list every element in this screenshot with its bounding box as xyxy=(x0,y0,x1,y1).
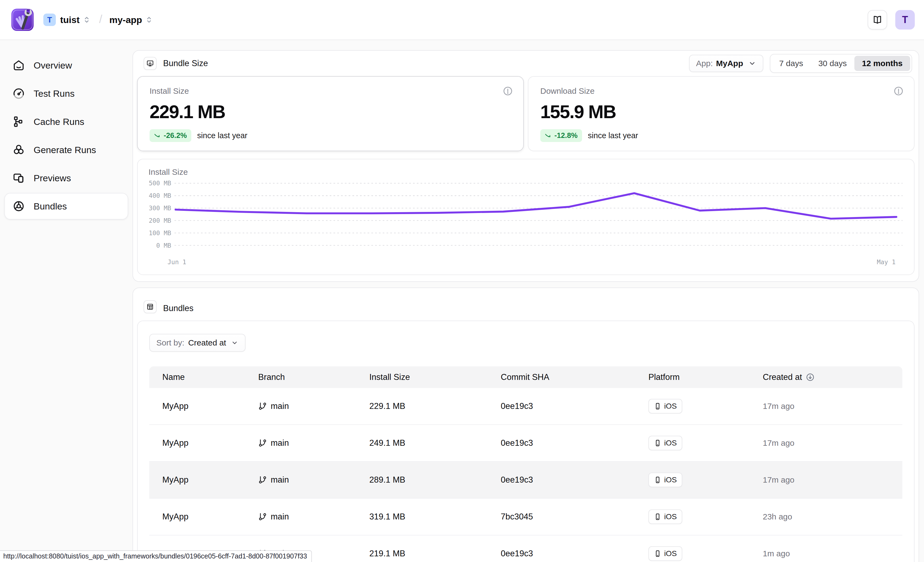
tuist-logo-icon[interactable] xyxy=(9,6,36,33)
bundle-commit-sha: 7bc3045 xyxy=(501,512,648,522)
col-created-at: Created at xyxy=(763,372,902,382)
project-name[interactable]: my-app xyxy=(109,15,142,25)
circles-icon xyxy=(12,144,25,156)
metric-value: 229.1 MB xyxy=(150,101,512,122)
col-install-size: Install Size xyxy=(369,372,501,382)
bundle-commit-sha: 0ee19c3 xyxy=(501,549,648,559)
bundle-branch: main xyxy=(258,512,369,522)
metric-value: 155.9 MB xyxy=(540,101,902,122)
sidebar-item-label: Overview xyxy=(34,60,72,71)
col-branch: Branch xyxy=(258,372,369,382)
table-row[interactable]: MyApp main 249.1 MB 0ee19c3 iOS 17m ago xyxy=(149,425,902,462)
delta-note: since last year xyxy=(197,131,248,140)
sidebar-item-test-runs[interactable]: Test Runs xyxy=(4,80,128,107)
sort-direction-icon[interactable] xyxy=(806,373,814,382)
book-icon xyxy=(872,15,882,25)
bundle-created-at: 23h ago xyxy=(763,512,902,522)
table-row[interactable]: MyApp main 289.1 MB 0ee19c3 iOS 17m ago xyxy=(149,462,902,499)
monitor-chart-icon xyxy=(146,60,154,67)
table-row[interactable]: MyApp main 319.1 MB 7bc3045 iOS 23h ago xyxy=(149,499,902,535)
range-30-days[interactable]: 30 days xyxy=(811,56,854,71)
git-branch-icon xyxy=(258,475,267,484)
sidebar-item-overview[interactable]: Overview xyxy=(4,52,128,79)
main-content: Bundle Size App: MyApp 7 days 30 days 12… xyxy=(132,40,924,562)
install-size-card[interactable]: Install Size 229.1 MB -26.2% since last … xyxy=(137,76,524,151)
bundle-created-at: 1m ago xyxy=(763,549,902,558)
y-axis-tick-label: 400 MB xyxy=(149,192,171,199)
sort-by-label: Sort by: xyxy=(156,338,184,348)
bundle-branch: main xyxy=(258,438,369,448)
trending-down-icon xyxy=(154,132,161,139)
bundle-name: MyApp xyxy=(162,475,258,485)
app-filter-label: App: xyxy=(696,59,713,68)
platform-badge: iOS xyxy=(648,510,682,524)
bundles-icon-button[interactable] xyxy=(144,300,157,313)
platform-badge: iOS xyxy=(648,436,682,450)
range-7-days[interactable]: 7 days xyxy=(772,56,811,71)
devices-icon xyxy=(12,172,25,184)
sidebar-item-previews[interactable]: Previews xyxy=(4,165,128,191)
bundle-size-icon-button[interactable] xyxy=(144,57,157,70)
git-branch-icon xyxy=(258,439,267,447)
top-nav: T tuist / my-app T xyxy=(0,0,924,40)
bundle-created-at: 17m ago xyxy=(763,402,902,411)
sidebar-item-label: Cache Runs xyxy=(34,117,84,127)
sidebar-item-label: Test Runs xyxy=(34,88,75,99)
bundle-install-size: 319.1 MB xyxy=(369,512,501,522)
home-icon xyxy=(12,59,25,72)
time-range-segmented-control: 7 days 30 days 12 months xyxy=(770,54,912,73)
install-size-line-chart[interactable]: 500 MB400 MB300 MB200 MB100 MB0 MBJun 1M… xyxy=(148,178,903,273)
app-filter-dropdown[interactable]: App: MyApp xyxy=(689,55,764,72)
y-axis-tick-label: 100 MB xyxy=(149,229,171,237)
y-axis-tick-label: 300 MB xyxy=(149,205,171,211)
sidebar-item-generate-runs[interactable]: Generate Runs xyxy=(4,136,128,163)
table-header-row: Name Branch Install Size Commit SHA Plat… xyxy=(149,366,902,388)
bundle-created-at: 17m ago xyxy=(763,438,902,448)
sidebar-item-bundles[interactable]: Bundles xyxy=(4,193,128,219)
browser-status-bar: http://localhost:8080/tuist/ios_app_with… xyxy=(0,550,312,562)
chevron-down-icon xyxy=(748,59,756,67)
delta-note: since last year xyxy=(588,131,638,140)
install-size-chart-card: Install Size 500 MB400 MB300 MB200 MB100… xyxy=(137,159,915,275)
bundle-name: MyApp xyxy=(162,512,258,522)
info-icon[interactable] xyxy=(893,86,904,96)
sidebar-item-cache-runs[interactable]: Cache Runs xyxy=(4,108,128,135)
gauge-icon xyxy=(12,87,25,100)
y-axis-tick-label: 0 MB xyxy=(156,242,171,249)
bundle-platform-cell: iOS xyxy=(648,436,763,450)
bundle-name: MyApp xyxy=(162,401,258,411)
docs-button[interactable] xyxy=(868,10,887,30)
chart-title: Install Size xyxy=(148,168,903,177)
user-avatar[interactable]: T xyxy=(895,10,915,30)
bundles-section: Bundles Sort by: Created at Name Branch … xyxy=(132,288,919,562)
smartphone-icon xyxy=(654,476,662,484)
bundle-commit-sha: 0ee19c3 xyxy=(501,475,648,485)
bundles-list-card: Sort by: Created at Name Branch Install … xyxy=(137,321,915,562)
table-row[interactable]: MyApp main 229.1 MB 0ee19c3 iOS 17m ago xyxy=(149,388,902,425)
sort-by-value: Created at xyxy=(188,338,226,348)
sort-by-dropdown[interactable]: Sort by: Created at xyxy=(149,334,246,352)
project-selector-chevrons-icon[interactable] xyxy=(145,15,153,24)
org-name[interactable]: tuist xyxy=(60,15,80,25)
delta-badge: -26.2% xyxy=(150,129,191,142)
platform-badge: iOS xyxy=(648,399,682,414)
workflow-icon xyxy=(12,115,25,128)
smartphone-icon xyxy=(654,439,662,447)
sidebar: Overview Test Runs Cache Runs Generate R… xyxy=(0,40,132,562)
col-name: Name xyxy=(162,372,258,382)
bundle-platform-cell: iOS xyxy=(648,546,763,561)
delta-badge: -12.8% xyxy=(540,129,582,142)
info-icon[interactable] xyxy=(502,86,513,96)
download-size-card[interactable]: Download Size 155.9 MB -12.8% since last… xyxy=(528,76,915,151)
sidebar-item-label: Previews xyxy=(34,173,71,183)
wheel-icon xyxy=(12,200,25,213)
breadcrumb-separator: / xyxy=(99,13,102,26)
org-avatar-badge[interactable]: T xyxy=(44,13,56,26)
metric-label: Install Size xyxy=(150,87,512,96)
bundle-created-at: 17m ago xyxy=(763,475,902,484)
bundle-install-size: 289.1 MB xyxy=(369,475,501,485)
range-12-months[interactable]: 12 months xyxy=(854,56,910,71)
delta-value: -12.8% xyxy=(554,132,578,140)
bundle-size-section: Bundle Size App: MyApp 7 days 30 days 12… xyxy=(132,50,919,282)
org-selector-chevrons-icon[interactable] xyxy=(82,15,91,24)
